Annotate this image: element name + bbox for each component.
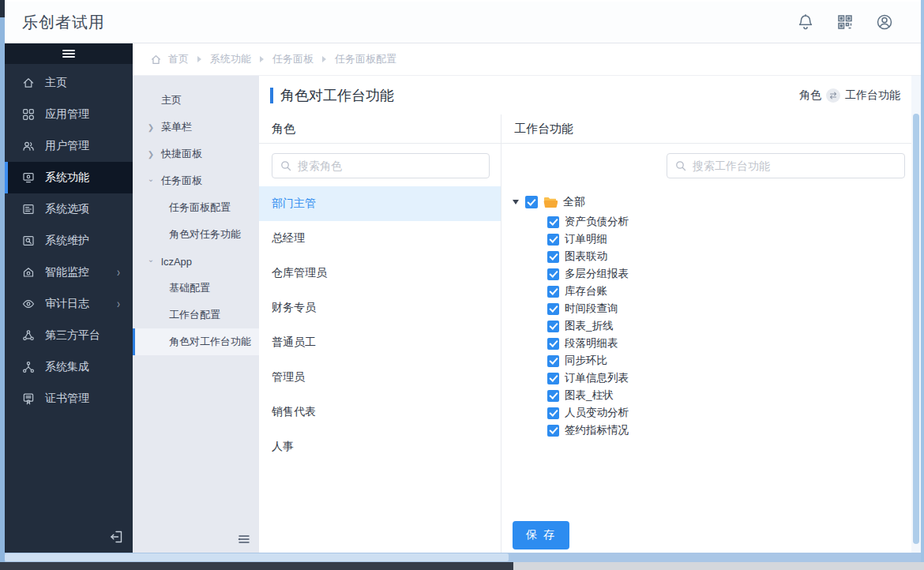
checkbox-icon[interactable]	[547, 355, 559, 367]
roles-panel-title: 角色	[259, 114, 501, 144]
role-list-item[interactable]: 财务专员	[259, 291, 501, 325]
roles-search-row	[259, 144, 501, 186]
sidebar-item-system-integration[interactable]: 系统集成	[5, 351, 133, 383]
submenu-item-task-panel[interactable]: ⌄ 任务面板	[133, 167, 259, 194]
submenu-item-role-task-functions[interactable]: 角色对任务功能	[133, 221, 259, 248]
breadcrumb-item[interactable]: 系统功能	[210, 52, 251, 66]
tree-item[interactable]: 同步环比	[547, 352, 911, 369]
checkbox-icon[interactable]	[547, 321, 559, 332]
sidebar-item-user-management[interactable]: 用户管理	[5, 130, 133, 162]
caret-down-icon[interactable]	[513, 200, 519, 204]
role-list-item[interactable]: 仓库管理员	[259, 256, 501, 291]
tree-item-label: 库存台账	[565, 284, 607, 298]
checkbox-icon[interactable]	[547, 338, 559, 350]
checkbox-icon[interactable]	[547, 373, 559, 384]
breadcrumb-item[interactable]: 任务面板配置	[335, 52, 396, 66]
checkbox-icon[interactable]	[547, 234, 559, 246]
vertical-scrollbar[interactable]	[911, 76, 921, 553]
sidebar-item-label: 智能监控	[45, 265, 89, 279]
tree-item-label: 段落明细表	[565, 336, 618, 351]
role-list-item[interactable]: 部门主管	[259, 186, 501, 221]
sidebar-item-label: 系统选项	[45, 202, 89, 216]
breadcrumb-separator-icon	[260, 56, 264, 62]
horizontal-scrollbar-thumb[interactable]	[5, 553, 509, 561]
checkbox-icon[interactable]	[547, 303, 559, 315]
chevron-right-icon: ›	[117, 265, 120, 279]
submenu-item-quick-panel[interactable]: ❯ 快捷面板	[133, 141, 259, 167]
checkbox-icon[interactable]	[547, 407, 559, 419]
vertical-scrollbar-thumb[interactable]	[913, 114, 919, 544]
sidebar-item-system-functions[interactable]: 系统功能	[5, 162, 133, 193]
tree-item[interactable]: 资产负债分析	[547, 213, 911, 231]
submenu-item-task-panel-config[interactable]: 任务面板配置	[133, 194, 259, 221]
role-list-item[interactable]: 总经理	[259, 221, 501, 256]
checkbox-icon[interactable]	[547, 216, 559, 228]
main-content: 角色对工作台功能 角色 工作台功能 角色 部	[259, 76, 911, 553]
tree-item[interactable]: 库存台账	[547, 283, 911, 300]
page-title: 角色对工作台功能	[280, 86, 394, 105]
sidebar-item-system-options[interactable]: 系统选项	[5, 193, 133, 225]
app-window: 乐创者试用	[0, 0, 924, 570]
collapse-submenu-icon[interactable]	[237, 532, 251, 546]
sidebar-item-third-party[interactable]: 第三方平台	[5, 320, 133, 351]
checkbox-icon[interactable]	[547, 425, 559, 437]
system-maintenance-icon	[22, 234, 35, 247]
breadcrumb-item[interactable]: 首页	[168, 52, 189, 66]
checkbox-icon[interactable]	[547, 268, 559, 280]
submenu-item-lczapp[interactable]: ⌄ lczApp	[133, 248, 259, 275]
submenu-item-basic-config[interactable]: 基础配置	[133, 275, 259, 302]
header-icons	[796, 13, 894, 32]
role-search-input[interactable]	[298, 159, 481, 172]
save-button[interactable]: 保 存	[513, 521, 569, 549]
checkbox-icon[interactable]	[547, 390, 559, 402]
sidebar-item-certificate[interactable]: 证书管理	[5, 383, 133, 414]
collapse-sidebar-icon[interactable]	[109, 529, 125, 545]
sidebar-item-smart-monitor[interactable]: 智能监控 ›	[5, 257, 133, 288]
role-list-item[interactable]: 普通员工	[259, 325, 501, 360]
role-list-item[interactable]: 人事	[259, 429, 501, 464]
role-list-item[interactable]: 管理员	[259, 360, 501, 395]
search-icon	[280, 160, 291, 171]
sidebar-item-apps[interactable]: 应用管理	[5, 99, 133, 130]
tree-item[interactable]: 时间段查询	[547, 300, 911, 317]
tree-item[interactable]: 图表_折线	[547, 317, 911, 335]
sidebar-item-system-maintenance[interactable]: 系统维护	[5, 225, 133, 257]
checkbox-icon[interactable]	[525, 196, 538, 208]
page-header: 角色对工作台功能 角色 工作台功能	[259, 76, 911, 114]
feature-search-input[interactable]	[693, 159, 896, 172]
tree-item[interactable]: 签约指标情况	[547, 422, 911, 439]
third-party-icon	[22, 329, 35, 342]
sidebar-item-audit-log[interactable]: 审计日志 ›	[5, 288, 133, 320]
tree-item[interactable]: 图表联动	[547, 248, 911, 265]
tree-item[interactable]: 多层分组报表	[547, 265, 911, 283]
tree-item[interactable]: 图表_柱状	[547, 387, 911, 404]
submenu-item-workbench-config[interactable]: 工作台配置	[133, 302, 259, 328]
sidebar-item-label: 用户管理	[45, 139, 89, 153]
checkbox-icon[interactable]	[547, 286, 559, 298]
swap-icon[interactable]	[826, 88, 840, 103]
app-title: 乐创者试用	[22, 12, 105, 33]
submenu-item-menu-bar[interactable]: ❯ 菜单栏	[133, 114, 259, 141]
features-panel-title: 工作台功能	[501, 114, 911, 144]
home-icon	[22, 77, 35, 89]
breadcrumb-item[interactable]: 任务面板	[272, 52, 314, 66]
tree-item[interactable]: 订单明细	[547, 231, 911, 248]
tree-item[interactable]: 段落明细表	[547, 335, 911, 352]
bell-icon[interactable]	[796, 13, 815, 32]
tree-item[interactable]: 订单信息列表	[547, 369, 911, 387]
tree-item-label: 人员变动分析	[565, 406, 629, 420]
user-avatar-icon[interactable]	[875, 13, 894, 32]
tree-root-node[interactable]: 全部	[513, 193, 911, 212]
sidebar-item-home[interactable]: 主页	[5, 67, 133, 99]
hamburger-icon	[62, 48, 75, 59]
submenu-item-home[interactable]: 主页	[133, 87, 259, 114]
qr-code-icon[interactable]	[836, 13, 855, 32]
tree-item[interactable]: 人员变动分析	[547, 404, 911, 422]
checkbox-icon[interactable]	[547, 251, 559, 263]
submenu-item-role-workbench-functions[interactable]: 角色对工作台功能	[133, 328, 259, 355]
role-list-item[interactable]: 销售代表	[259, 395, 501, 429]
tree-item-label: 图表联动	[565, 249, 607, 264]
chevron-down-icon: ⌄	[147, 255, 155, 264]
horizontal-scrollbar[interactable]	[5, 553, 921, 562]
sidebar-toggle-button[interactable]	[5, 43, 133, 64]
